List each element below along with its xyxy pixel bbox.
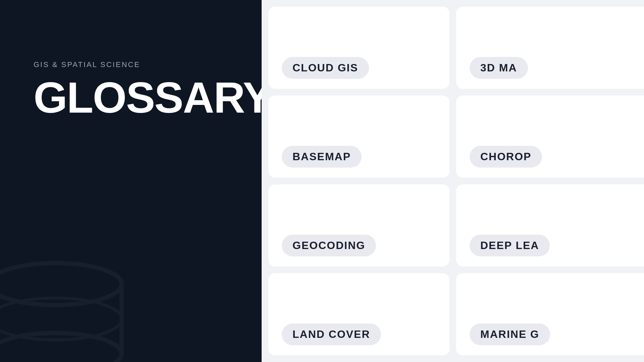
decorative-icon	[0, 221, 131, 362]
right-panel: CLOUD GIS3D MABASEMAPCHOROPGEOCODINGDEEP…	[262, 0, 644, 362]
card-land-cover[interactable]: LAND COVER	[268, 273, 449, 355]
card-marine[interactable]: MARINE G	[456, 273, 644, 355]
card-label-land-cover: LAND COVER	[282, 323, 381, 345]
card-basemap[interactable]: BASEMAP	[268, 96, 449, 178]
card-label-cloud-gis: CLOUD GIS	[282, 57, 369, 79]
card-label-basemap: BASEMAP	[282, 146, 362, 168]
card-label-choropleth: CHOROP	[470, 146, 542, 168]
card-geocoding[interactable]: GEOCODING	[268, 184, 449, 266]
card-label-3d-mapping: 3D MA	[470, 57, 528, 79]
card-label-geocoding: GEOCODING	[282, 235, 376, 256]
card-3d-mapping[interactable]: 3D MA	[456, 7, 644, 89]
card-label-deep-learning: DEEP LEA	[470, 235, 550, 256]
main-title: GLOSSARY	[34, 76, 241, 119]
subtitle: GIS & SPATIAL SCIENCE	[34, 60, 241, 69]
card-cloud-gis[interactable]: CLOUD GIS	[268, 7, 449, 89]
card-choropleth[interactable]: CHOROP	[456, 96, 644, 178]
card-label-marine: MARINE G	[470, 323, 550, 345]
card-deep-learning[interactable]: DEEP LEA	[456, 184, 644, 266]
left-panel: GIS & SPATIAL SCIENCE GLOSSARY	[0, 0, 262, 362]
